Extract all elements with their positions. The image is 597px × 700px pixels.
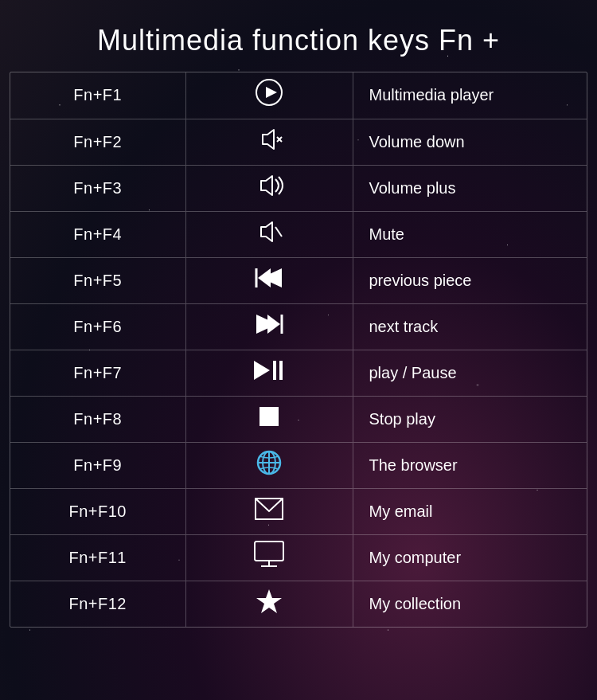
page-container: Multimedia function keys Fn + Fn+F1 Mult…	[0, 0, 597, 635]
function-keys-table: Fn+F1 Multimedia player Fn+F2 Volume dow…	[10, 72, 587, 628]
icon-cell	[185, 396, 353, 442]
key-label: Fn+F8	[10, 396, 185, 442]
key-label: Fn+F7	[10, 350, 185, 396]
table-row: Fn+F2 Volume down	[10, 119, 587, 165]
svg-marker-5	[261, 176, 272, 195]
svg_stop-icon	[258, 405, 280, 433]
description-label: previous piece	[353, 257, 587, 303]
table-row: Fn+F4 Mute	[10, 211, 587, 257]
icon-cell	[185, 257, 353, 303]
key-label: Fn+F4	[10, 211, 185, 257]
icon-cell	[185, 350, 353, 396]
description-label: Mute	[353, 211, 587, 257]
key-label: Fn+F6	[10, 303, 185, 350]
svg_play-icon	[255, 78, 283, 112]
table-row: Fn+F6 next track	[10, 303, 587, 350]
key-label: Fn+F1	[10, 72, 185, 119]
description-label: Multimedia player	[353, 72, 587, 119]
svg-line-7	[275, 227, 282, 237]
svg-marker-14	[254, 361, 270, 380]
key-label: Fn+F10	[10, 488, 185, 534]
key-label: Fn+F2	[10, 119, 185, 165]
table-row: Fn+F9 The browser	[10, 442, 587, 488]
svg-marker-6	[261, 222, 272, 241]
svg-marker-26	[256, 589, 282, 613]
svg_vol_up-icon	[252, 173, 287, 204]
svg-marker-1	[266, 87, 277, 98]
svg-marker-10	[258, 268, 271, 287]
table-row: Fn+F1 Multimedia player	[10, 72, 587, 119]
table: Fn+F1 Multimedia player Fn+F2 Volume dow…	[10, 72, 587, 627]
key-label: Fn+F11	[10, 534, 185, 581]
svg-rect-17	[259, 407, 279, 426]
description-label: Volume down	[353, 119, 587, 165]
table-row: Fn+F12 My collection	[10, 581, 587, 627]
description-label: My email	[353, 488, 587, 534]
description-label: Volume plus	[353, 165, 587, 211]
description-label: My computer	[353, 534, 587, 581]
table-row: Fn+F8 Stop play	[10, 396, 587, 442]
svg_vol_down-icon	[253, 127, 285, 158]
description-label: Stop play	[353, 396, 587, 442]
svg_playpause-icon	[252, 359, 286, 387]
description-label: My collection	[353, 581, 587, 627]
description-label: next track	[353, 303, 587, 350]
icon-cell	[185, 72, 353, 119]
icon-cell	[185, 119, 353, 165]
svg_star-icon	[255, 588, 283, 620]
svg_email-icon	[254, 497, 284, 526]
key-label: Fn+F5	[10, 257, 185, 303]
table-row: Fn+F11 My computer	[10, 534, 587, 581]
icon-cell	[185, 303, 353, 350]
key-label: Fn+F9	[10, 442, 185, 488]
description-label: The browser	[353, 442, 587, 488]
svg-rect-23	[255, 542, 283, 561]
description-label: play / Pause	[353, 350, 587, 396]
svg-marker-13	[267, 315, 280, 334]
svg_mute-icon	[255, 219, 283, 250]
icon-cell	[185, 534, 353, 581]
icon-cell	[185, 165, 353, 211]
svg-marker-2	[263, 130, 274, 149]
table-row: Fn+F5 previous piece	[10, 257, 587, 303]
icon-cell	[185, 211, 353, 257]
table-row: Fn+F3 Volume plus	[10, 165, 587, 211]
icon-cell	[185, 488, 353, 534]
page-title: Multimedia function keys Fn +	[10, 8, 587, 72]
icon-cell	[185, 581, 353, 627]
svg_browser-icon	[255, 448, 283, 483]
svg_next-icon	[255, 313, 283, 341]
key-label: Fn+F3	[10, 165, 185, 211]
table-row: Fn+F10 My email	[10, 488, 587, 534]
table-row: Fn+F7 play / Pause	[10, 350, 587, 396]
svg_computer-icon	[253, 540, 285, 576]
key-label: Fn+F12	[10, 581, 185, 627]
svg_prev-icon	[255, 267, 283, 295]
icon-cell	[185, 442, 353, 488]
